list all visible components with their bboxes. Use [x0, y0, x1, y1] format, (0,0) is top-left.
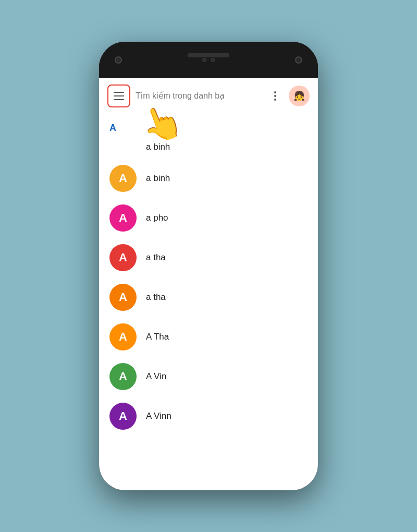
list-item[interactable]: a binh [99, 136, 318, 159]
list-item[interactable]: A a binh [99, 159, 318, 198]
avatar-letter: A [119, 409, 127, 423]
speaker [188, 53, 229, 57]
section-letter-a: A [109, 123, 116, 133]
avatar: A [109, 323, 137, 350]
menu-line-2 [114, 95, 124, 96]
search-input[interactable] [136, 91, 262, 101]
menu-line-3 [114, 99, 124, 100]
dot-1 [274, 91, 276, 93]
avatar-letter: A [119, 291, 127, 304]
sensor-dot-1 [202, 58, 206, 62]
front-camera-right [295, 56, 302, 64]
menu-line-1 [114, 92, 124, 93]
contact-name: a tha [146, 252, 166, 263]
phone-screen: 👧 👆 A a binh A [99, 78, 318, 490]
contact-name: a binh [146, 142, 170, 152]
search-bar: 👧 [99, 78, 318, 114]
list-item[interactable]: A A Vin [99, 357, 318, 396]
list-item[interactable]: A A Vinn [99, 396, 318, 436]
avatar-letter: A [119, 330, 127, 344]
more-options-button[interactable] [267, 88, 284, 104]
profile-avatar[interactable]: 👧 [289, 86, 310, 106]
avatar: A [109, 244, 137, 271]
contacts-app: 👧 👆 A a binh A [99, 78, 318, 490]
list-item[interactable]: A a tha [99, 238, 318, 277]
contact-list: A a binh A a binh A a pho [99, 114, 318, 490]
phone-top-bar [99, 42, 318, 78]
phone-frame: 👧 👆 A a binh A [99, 42, 318, 490]
avatar: A [109, 284, 137, 311]
dot-2 [274, 95, 276, 97]
section-header-a: A [99, 118, 318, 136]
avatar-letter: A [119, 251, 127, 264]
contact-name: A Tha [146, 332, 169, 342]
contact-name: A Vinn [146, 411, 171, 421]
contact-name: a tha [146, 292, 166, 303]
avatar: A [109, 403, 137, 430]
avatar: A [109, 165, 137, 192]
contact-name: a binh [146, 173, 170, 184]
avatar-emoji: 👧 [293, 90, 305, 102]
avatar-letter: A [119, 211, 127, 225]
contact-name: A Vin [146, 371, 166, 382]
list-item[interactable]: A a tha [99, 277, 318, 317]
list-item[interactable]: A A Tha [99, 317, 318, 357]
contact-name: a pho [146, 213, 168, 223]
list-item[interactable]: A a pho [99, 198, 318, 238]
avatar-letter: A [119, 172, 127, 185]
sensor-dot-2 [211, 58, 215, 62]
dot-3 [274, 99, 276, 101]
sensors [202, 58, 215, 62]
avatar: A [109, 363, 137, 390]
avatar: A [109, 204, 137, 232]
avatar-letter: A [119, 370, 127, 383]
menu-button[interactable] [107, 84, 130, 107]
front-camera-left [115, 56, 122, 64]
